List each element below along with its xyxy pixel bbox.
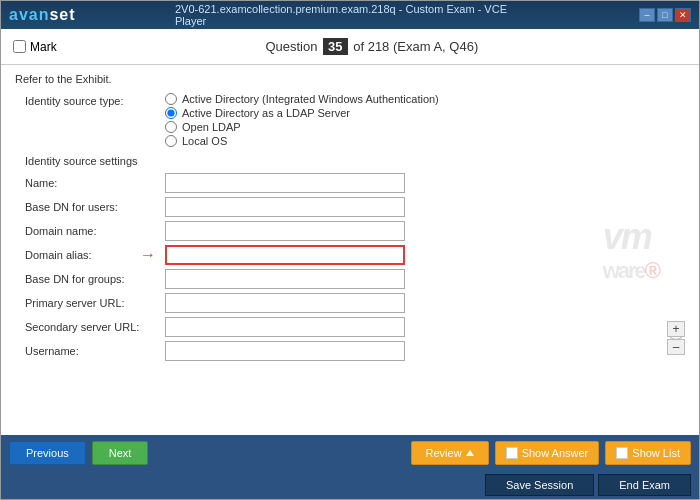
review-label: Review bbox=[426, 447, 462, 459]
radio-label-0: Active Directory (Integrated Windows Aut… bbox=[182, 93, 439, 105]
zoom-out-button[interactable]: – bbox=[667, 339, 685, 355]
username-label: Username: bbox=[25, 345, 165, 357]
name-input[interactable] bbox=[165, 173, 405, 193]
radio-local-os[interactable] bbox=[165, 135, 177, 147]
radio-group: Active Directory (Integrated Windows Aut… bbox=[165, 93, 439, 147]
primary-server-input[interactable] bbox=[165, 293, 405, 313]
domain-alias-input[interactable] bbox=[165, 245, 405, 265]
avanset-logo: avanset bbox=[9, 6, 76, 24]
primary-server-label: Primary server URL: bbox=[25, 297, 165, 309]
domain-name-label: Domain name: bbox=[25, 225, 165, 237]
base-dn-groups-input[interactable] bbox=[165, 269, 405, 289]
save-session-button[interactable]: Save Session bbox=[485, 474, 594, 496]
next-button[interactable]: Next bbox=[92, 441, 149, 465]
secondary-server-label: Secondary server URL: bbox=[25, 321, 165, 333]
domain-name-input[interactable] bbox=[165, 221, 405, 241]
mark-checkbox[interactable] bbox=[13, 40, 26, 53]
secondary-server-row: Secondary server URL: bbox=[25, 317, 685, 337]
show-list-checkbox-icon bbox=[616, 447, 628, 459]
base-dn-users-label: Base DN for users: bbox=[25, 201, 165, 213]
radio-option-2[interactable]: Open LDAP bbox=[165, 121, 439, 133]
identity-source-type-label: Identity source type: bbox=[25, 93, 165, 107]
window-title: 2V0-621.examcollection.premium.exam.218q… bbox=[175, 3, 525, 27]
radio-option-1[interactable]: Active Directory as a LDAP Server bbox=[165, 107, 439, 119]
question-label: Question bbox=[265, 39, 317, 54]
review-button[interactable]: Review bbox=[411, 441, 489, 465]
show-answer-checkbox-icon bbox=[506, 447, 518, 459]
review-arrow-icon bbox=[466, 450, 474, 456]
zoom-controls: + – bbox=[667, 321, 685, 355]
close-button[interactable]: ✕ bbox=[675, 8, 691, 22]
arrow-indicator: → bbox=[140, 246, 156, 264]
bottom-nav-bar: Previous Next Review Show Answer Show Li… bbox=[1, 435, 699, 471]
question-number: 35 bbox=[323, 38, 347, 55]
identity-source-type-row: Identity source type: Active Directory (… bbox=[25, 93, 685, 147]
radio-open-ldap[interactable] bbox=[165, 121, 177, 133]
radio-ad-integrated[interactable] bbox=[165, 93, 177, 105]
zoom-in-button[interactable]: + bbox=[667, 321, 685, 337]
title-bar: avanset 2V0-621.examcollection.premium.e… bbox=[1, 1, 699, 29]
base-dn-groups-label: Base DN for groups: bbox=[25, 273, 165, 285]
radio-label-1: Active Directory as a LDAP Server bbox=[182, 107, 350, 119]
radio-option-0[interactable]: Active Directory (Integrated Windows Aut… bbox=[165, 93, 439, 105]
show-list-button[interactable]: Show List bbox=[605, 441, 691, 465]
question-total: of 218 (Exam A, Q46) bbox=[353, 39, 478, 54]
radio-ad-ldap[interactable] bbox=[165, 107, 177, 119]
show-answer-label: Show Answer bbox=[522, 447, 589, 459]
question-info: Question 35 of 218 (Exam A, Q46) bbox=[57, 38, 687, 55]
primary-server-row: Primary server URL: bbox=[25, 293, 685, 313]
form-section: Identity source type: Active Directory (… bbox=[25, 93, 685, 361]
radio-option-3[interactable]: Local OS bbox=[165, 135, 439, 147]
logo-avan: avan bbox=[9, 6, 49, 23]
identity-source-settings-label: Identity source settings bbox=[25, 155, 685, 167]
main-window: avanset 2V0-621.examcollection.premium.e… bbox=[0, 0, 700, 500]
question-bar: Mark Question 35 of 218 (Exam A, Q46) bbox=[1, 29, 699, 65]
logo-set: set bbox=[49, 6, 75, 23]
minimize-button[interactable]: – bbox=[639, 8, 655, 22]
show-list-label: Show List bbox=[632, 447, 680, 459]
base-dn-users-row: Base DN for users: bbox=[25, 197, 685, 217]
name-label: Name: bbox=[25, 177, 165, 189]
radio-label-2: Open LDAP bbox=[182, 121, 241, 133]
show-answer-button[interactable]: Show Answer bbox=[495, 441, 600, 465]
mark-checkbox-area[interactable]: Mark bbox=[13, 40, 57, 54]
end-exam-button[interactable]: End Exam bbox=[598, 474, 691, 496]
window-controls: – □ ✕ bbox=[639, 8, 691, 22]
maximize-button[interactable]: □ bbox=[657, 8, 673, 22]
base-dn-users-input[interactable] bbox=[165, 197, 405, 217]
base-dn-groups-row: Base DN for groups: bbox=[25, 269, 685, 289]
exhibit-text: Refer to the Exhibit. bbox=[15, 73, 685, 85]
username-row: Username: bbox=[25, 341, 685, 361]
radio-label-3: Local OS bbox=[182, 135, 227, 147]
mark-label: Mark bbox=[30, 40, 57, 54]
username-input[interactable] bbox=[165, 341, 405, 361]
domain-alias-row: Domain alias: → bbox=[25, 245, 685, 265]
title-bar-left: avanset bbox=[9, 6, 76, 24]
save-end-bar: Save Session End Exam bbox=[1, 471, 699, 499]
domain-name-row: Domain name: bbox=[25, 221, 685, 241]
secondary-server-input[interactable] bbox=[165, 317, 405, 337]
name-row: Name: bbox=[25, 173, 685, 193]
content-area: Refer to the Exhibit. Identity source ty… bbox=[1, 65, 699, 435]
previous-button[interactable]: Previous bbox=[9, 441, 86, 465]
